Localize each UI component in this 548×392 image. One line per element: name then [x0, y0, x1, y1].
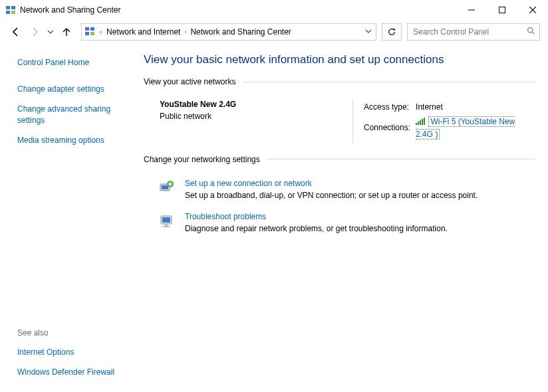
svg-rect-3: [11, 11, 15, 14]
svg-point-12: [528, 28, 533, 33]
svg-rect-17: [422, 119, 423, 125]
close-button[interactable]: [517, 0, 548, 20]
back-button[interactable]: [8, 24, 24, 40]
windows-defender-firewall-link[interactable]: Windows Defender Firewall: [17, 367, 130, 377]
page-heading: View your basic network information and …: [144, 53, 536, 66]
address-history-button[interactable]: [364, 28, 373, 36]
svg-rect-23: [162, 217, 170, 223]
svg-rect-14: [416, 123, 417, 125]
access-type-label: Access type:: [364, 101, 414, 114]
nav-row: « Network and Internet › Network and Sha…: [0, 20, 548, 44]
setup-connection-item: Set up a new connection or network Set u…: [144, 173, 536, 207]
connections-label: Connections:: [364, 116, 414, 142]
setup-connection-icon: [158, 179, 176, 200]
chevron-right-icon: ›: [183, 29, 188, 35]
network-name: YouStable New 2.4G: [160, 100, 352, 109]
svg-rect-18: [424, 118, 425, 125]
setup-connection-desc: Set up a broadband, dial-up, or VPN conn…: [185, 191, 478, 200]
breadcrumb-level-1[interactable]: Network and Internet: [106, 27, 180, 37]
change-advanced-sharing-link[interactable]: Change advanced sharing settings: [17, 104, 130, 125]
svg-rect-8: [85, 27, 89, 31]
breadcrumb-level-2[interactable]: Network and Sharing Center: [190, 27, 291, 37]
svg-rect-0: [6, 6, 10, 9]
breadcrumb-prefix: «: [98, 29, 104, 35]
media-streaming-options-link[interactable]: Media streaming options: [17, 135, 130, 146]
connection-link[interactable]: Wi-Fi 5 (YouStable New 2.4G ): [416, 116, 515, 140]
network-type: Public network: [160, 112, 352, 121]
svg-rect-24: [165, 224, 168, 226]
minimize-button[interactable]: [456, 0, 487, 20]
svg-rect-15: [418, 122, 419, 125]
maximize-button[interactable]: [487, 0, 517, 20]
svg-rect-11: [90, 32, 94, 35]
titlebar: Network and Sharing Center: [0, 0, 548, 20]
recent-locations-button[interactable]: [45, 24, 56, 40]
svg-rect-2: [6, 11, 10, 14]
active-networks-header: View your active networks: [144, 77, 536, 86]
window-title: Network and Sharing Center: [20, 5, 120, 15]
up-button[interactable]: [59, 24, 74, 40]
address-bar[interactable]: « Network and Internet › Network and Sha…: [81, 23, 376, 41]
svg-rect-20: [162, 185, 168, 189]
refresh-button[interactable]: [382, 23, 402, 41]
change-settings-label: Change your networking settings: [144, 155, 260, 164]
svg-line-13: [532, 32, 534, 34]
app-icon: [5, 5, 16, 15]
active-network-row: YouStable New 2.4G Public network Access…: [144, 96, 536, 155]
wifi-signal-icon: [416, 116, 425, 128]
control-panel-icon: [84, 26, 95, 39]
setup-connection-link[interactable]: Set up a new connection or network: [185, 179, 312, 188]
change-adapter-settings-link[interactable]: Change adapter settings: [17, 84, 130, 94]
main-content: View your basic network information and …: [140, 44, 548, 392]
svg-rect-1: [11, 6, 15, 9]
search-box[interactable]: [407, 23, 540, 41]
search-icon: [527, 27, 535, 37]
troubleshoot-link[interactable]: Troubleshoot problems: [185, 212, 266, 221]
svg-rect-25: [163, 226, 170, 227]
change-settings-header: Change your networking settings: [144, 155, 536, 164]
search-input[interactable]: [412, 27, 527, 37]
troubleshoot-item: Troubleshoot problems Diagnose and repai…: [144, 207, 536, 240]
svg-rect-9: [90, 27, 94, 31]
svg-rect-10: [85, 32, 89, 35]
access-type-value: Internet: [416, 101, 532, 114]
active-networks-label: View your active networks: [144, 77, 236, 86]
forward-button[interactable]: [27, 24, 43, 40]
internet-options-link[interactable]: Internet Options: [17, 347, 130, 357]
svg-rect-16: [420, 120, 421, 125]
sidebar: Control Panel Home Change adapter settin…: [0, 44, 140, 392]
svg-rect-5: [499, 7, 505, 13]
troubleshoot-desc: Diagnose and repair network problems, or…: [185, 224, 448, 233]
troubleshoot-icon: [158, 212, 176, 233]
control-panel-home-link[interactable]: Control Panel Home: [17, 57, 130, 68]
see-also-label: See also: [17, 328, 130, 338]
